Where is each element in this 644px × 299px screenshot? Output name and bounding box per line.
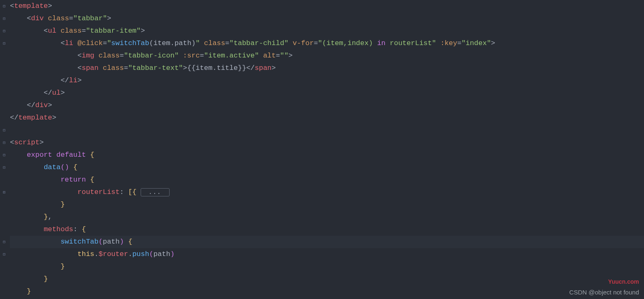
watermark-author: CSDN @object not found <box>569 289 639 296</box>
code-line[interactable]: } <box>10 285 644 298</box>
code-area[interactable]: <template> <div class="tabbar"> <ul clas… <box>8 0 644 299</box>
code-token: [{ <box>128 188 141 196</box>
code-token: } <box>60 201 65 208</box>
code-token: div <box>31 14 48 22</box>
fold-collapse-icon[interactable] <box>0 25 8 37</box>
code-token: > <box>60 89 65 97</box>
code-line[interactable]: switchTab(path) { <box>10 236 644 248</box>
gutter-blank <box>0 261 8 273</box>
fold-collapse-icon[interactable] <box>0 12 8 25</box>
code-line[interactable]: </template> <box>10 112 644 124</box>
code-token: < <box>10 52 81 60</box>
code-token: switchTab <box>111 39 149 47</box>
code-token: "index" <box>462 39 491 47</box>
code-token: "tabbar-text" <box>128 64 183 72</box>
fold-gutter[interactable] <box>0 0 8 299</box>
code-line[interactable] <box>10 124 644 136</box>
code-token: this <box>77 250 94 258</box>
code-token: </ <box>10 89 52 97</box>
code-token: data <box>44 163 61 171</box>
gutter-blank <box>0 62 8 74</box>
code-token <box>10 263 60 270</box>
code-token: :key <box>441 39 457 47</box>
code-token: " <box>107 39 111 47</box>
code-token: < <box>10 139 14 146</box>
code-token <box>10 163 44 171</box>
code-token: = <box>124 64 128 72</box>
fold-collapse-icon[interactable] <box>0 37 8 50</box>
code-token: v-for <box>293 39 314 47</box>
gutter-blank <box>0 199 8 211</box>
code-token: div <box>35 101 48 109</box>
code-line[interactable]: } <box>10 199 644 211</box>
code-token: class <box>103 64 124 72</box>
fold-collapse-icon[interactable] <box>0 136 8 149</box>
code-token: "item.active" <box>204 52 263 60</box>
code-token <box>10 275 44 283</box>
code-token: > <box>48 101 52 109</box>
code-token: li <box>69 77 77 84</box>
code-token: > <box>107 14 111 22</box>
code-token: . <box>128 250 132 258</box>
code-token <box>10 151 27 159</box>
code-token: > <box>141 27 145 35</box>
code-token: item <box>196 64 213 72</box>
code-token: = <box>314 39 318 47</box>
fold-collapse-icon[interactable] <box>0 0 8 12</box>
code-line[interactable]: </ul> <box>10 87 644 99</box>
code-line[interactable]: data() { <box>10 161 644 174</box>
code-token: = <box>276 52 280 60</box>
code-token: "tabbar" <box>73 14 107 22</box>
fold-collapse-icon[interactable] <box>0 161 8 174</box>
code-token: } <box>44 213 48 221</box>
code-line[interactable]: <img class="tabbar-icon" :src="item.acti… <box>10 50 644 62</box>
code-token: alt <box>263 52 276 60</box>
code-token: > <box>52 114 56 122</box>
code-line[interactable]: return { <box>10 174 644 186</box>
code-token: { <box>73 163 77 171</box>
code-line[interactable]: } <box>10 261 644 273</box>
code-token: path <box>175 39 192 47</box>
code-token: title <box>217 64 238 72</box>
code-line[interactable]: </div> <box>10 99 644 112</box>
code-editor[interactable]: <template> <div class="tabbar"> <ul clas… <box>0 0 644 299</box>
code-line[interactable]: <li @click="switchTab(item.path)" class=… <box>10 37 644 50</box>
code-token: return <box>60 176 90 184</box>
code-line[interactable]: <template> <box>10 0 644 12</box>
code-token: routerList <box>77 188 120 196</box>
code-line[interactable]: }, <box>10 211 644 223</box>
fold-collapse-icon[interactable] <box>0 248 8 261</box>
code-token: span <box>255 64 272 72</box>
code-line[interactable]: <div class="tabbar"> <box>10 12 644 25</box>
folded-region[interactable]: ... <box>141 188 169 196</box>
fold-collapse-icon[interactable] <box>0 124 8 136</box>
code-token: in <box>377 39 385 47</box>
code-token: template <box>14 2 48 10</box>
code-token: </ <box>10 77 69 84</box>
code-line[interactable]: export default { <box>10 149 644 161</box>
code-line[interactable]: methods: { <box>10 223 644 236</box>
code-token: ( <box>98 238 103 246</box>
code-token <box>10 188 77 196</box>
code-token: export <box>27 151 56 159</box>
code-token: switchTab <box>60 238 98 246</box>
code-token: > <box>288 52 292 60</box>
fold-expand-icon[interactable] <box>0 186 8 199</box>
fold-collapse-icon[interactable] <box>0 149 8 161</box>
gutter-blank <box>0 273 8 285</box>
fold-collapse-icon[interactable] <box>0 236 8 248</box>
code-line[interactable]: <script> <box>10 136 644 149</box>
code-line[interactable]: <ul class="tabbar-item"> <box>10 25 644 37</box>
code-token: = <box>120 52 124 60</box>
code-token: ) <box>170 250 175 258</box>
code-token: > <box>77 77 81 84</box>
code-line[interactable]: </li> <box>10 74 644 87</box>
code-token <box>10 238 60 246</box>
code-line[interactable]: this.$router.push(path) <box>10 248 644 261</box>
code-line[interactable]: routerList: [{ ... <box>10 186 644 199</box>
code-line[interactable]: } <box>10 273 644 285</box>
code-line[interactable]: <span class="tabbar-text">{{item.title}}… <box>10 62 644 74</box>
code-token: "(item,index) <box>318 39 377 47</box>
code-token: methods <box>44 225 73 233</box>
code-token: " <box>196 39 204 47</box>
